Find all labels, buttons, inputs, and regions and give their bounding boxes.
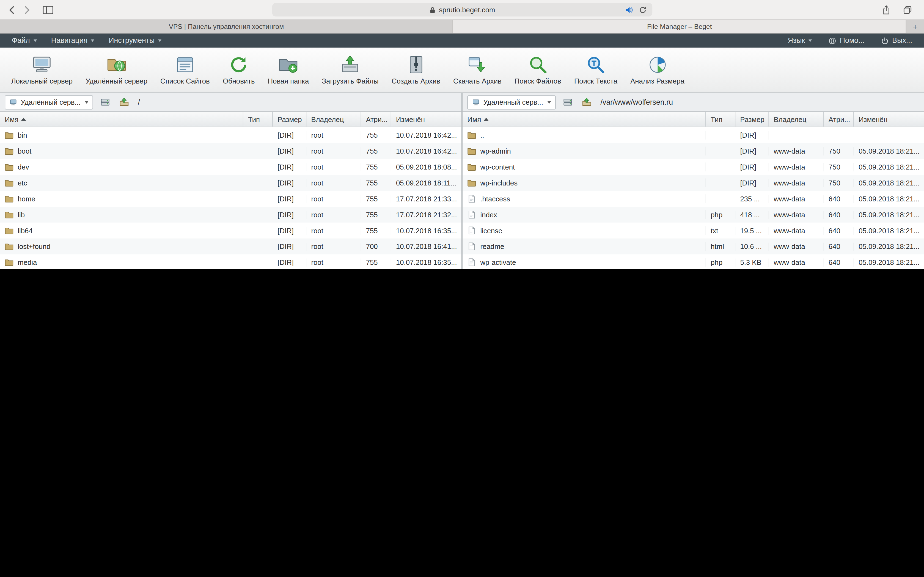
toolbar-button[interactable]: Список Сайтов [154, 55, 216, 85]
column-owner[interactable]: Владелец [769, 112, 824, 127]
column-attr[interactable]: Атри... [824, 112, 854, 127]
column-size[interactable]: Размер [735, 112, 769, 127]
file-icon [467, 242, 476, 251]
menu-item[interactable]: Файл [5, 34, 44, 48]
file-name: license [480, 226, 502, 235]
folder-icon [5, 178, 13, 187]
file-attr: 640 [824, 195, 854, 203]
file-name: home [18, 195, 35, 203]
home-button[interactable] [116, 95, 131, 109]
table-row[interactable]: lib64 [DIR] root 755 10.07.2018 16:35... [0, 222, 462, 239]
table-row[interactable]: lost+found [DIR] root 700 10.07.2018 16:… [0, 239, 462, 255]
toolbar-button[interactable]: Локальный сервер [5, 55, 79, 85]
file-attr: 755 [361, 163, 391, 171]
column-name[interactable]: Имя [0, 112, 243, 127]
file-icon [467, 226, 476, 235]
reload-icon[interactable] [639, 5, 647, 14]
file-size: [DIR] [273, 147, 306, 155]
file-list: .. [DIR] wp-admin [DIR] www-data 750 [462, 127, 924, 269]
column-modified[interactable]: Изменён [854, 112, 924, 127]
storage-button[interactable] [98, 95, 112, 109]
table-row[interactable]: .. [DIR] [462, 127, 924, 143]
file-modified: 05.09.2018 18:21... [854, 195, 924, 203]
table-row[interactable]: bin [DIR] root 755 10.07.2018 16:42... [0, 127, 462, 143]
column-size[interactable]: Размер [273, 112, 306, 127]
sidebar-toggle-button[interactable] [42, 5, 53, 14]
server-select[interactable]: Удалённый серв... [467, 95, 556, 109]
table-row[interactable]: media [DIR] root 755 10.07.2018 16:35... [0, 255, 462, 269]
file-name: boot [18, 147, 31, 155]
table-row[interactable]: license txt 19.5 ... www-data 640 05.09.… [462, 222, 924, 239]
table-row[interactable]: wp-activate php 5.3 KB www-data 640 05.0… [462, 255, 924, 269]
file-modified: 10.07.2018 16:41... [391, 242, 462, 251]
back-button[interactable] [7, 5, 16, 14]
column-attr[interactable]: Атри... [361, 112, 391, 127]
forward-button[interactable] [22, 5, 32, 14]
file-attr: 640 [824, 258, 854, 266]
address-bar[interactable]: sprutio.beget.com [272, 3, 652, 16]
file-name: readme [480, 242, 504, 251]
browser-tab-vps[interactable]: VPS | Панель управления хостингом [0, 20, 453, 33]
file-size: 235 ... [735, 195, 769, 203]
table-row[interactable]: boot [DIR] root 755 10.07.2018 16:42... [0, 143, 462, 159]
help-menu[interactable]: Помо... [821, 34, 871, 48]
table-row[interactable]: etc [DIR] root 755 05.09.2018 18:11... [0, 175, 462, 191]
download-archive-icon [466, 55, 488, 75]
file-modified: 05.09.2018 18:21... [854, 147, 924, 155]
toolbar-button[interactable]: Удалённый сервер [79, 55, 154, 85]
menu-item[interactable]: Инструменты [102, 34, 169, 48]
table-row[interactable]: wp-includes [DIR] www-data 750 05.09.201… [462, 175, 924, 191]
browser-toolbar: sprutio.beget.com [0, 0, 924, 20]
file-panels: Удалённый серв... / Имя Тип Размер Владе… [0, 93, 924, 269]
file-modified: 10.07.2018 16:35... [391, 226, 462, 235]
column-name[interactable]: Имя [462, 112, 706, 127]
table-row[interactable]: index php 418 ... www-data 640 05.09.201… [462, 206, 924, 222]
table-row[interactable]: wp-admin [DIR] www-data 750 05.09.2018 1… [462, 143, 924, 159]
folder-icon [467, 178, 476, 187]
toolbar-button[interactable]: Анализ Размера [624, 55, 691, 85]
toolbar-button[interactable]: Скачать Архив [447, 55, 508, 85]
new-tab-button[interactable]: + [906, 20, 924, 33]
file-size: [DIR] [735, 179, 769, 187]
file-size: 5.3 KB [735, 258, 769, 266]
column-type[interactable]: Тип [706, 112, 735, 127]
storage-button[interactable] [561, 95, 575, 109]
menu-item[interactable]: Навигация [44, 34, 102, 48]
exit-button[interactable]: Вых... [874, 34, 919, 48]
browser-tab-bar: VPS | Панель управления хостингом File M… [0, 20, 924, 34]
toolbar-button[interactable]: Создать Архив [385, 55, 447, 85]
file-owner: root [306, 242, 361, 251]
file-modified: 05.09.2018 18:21... [854, 258, 924, 266]
table-row[interactable]: .htaccess 235 ... www-data 640 05.09.201… [462, 191, 924, 206]
column-owner[interactable]: Владелец [306, 112, 361, 127]
file-size: [DIR] [273, 226, 306, 235]
file-icon [467, 194, 476, 203]
toolbar-button[interactable]: Новая папка [261, 55, 315, 85]
toolbar-button[interactable]: Загрузить Файлы [315, 55, 385, 85]
table-row[interactable]: wp-content [DIR] www-data 750 05.09.2018… [462, 159, 924, 175]
table-row[interactable]: readme html 10.6 ... www-data 640 05.09.… [462, 239, 924, 255]
current-path: /var/www/wolfersen.ru [601, 98, 673, 106]
table-row[interactable]: lib [DIR] root 755 17.07.2018 21:32... [0, 206, 462, 222]
table-row[interactable]: home [DIR] root 755 17.07.2018 21:33... [0, 191, 462, 206]
file-modified: 10.07.2018 16:35... [391, 258, 462, 266]
language-menu[interactable]: Язык [781, 34, 819, 48]
file-modified: 10.07.2018 16:42... [391, 147, 462, 155]
toolbar-button[interactable]: Обновить [216, 55, 261, 85]
audio-playing-icon[interactable] [625, 5, 633, 14]
table-row[interactable]: dev [DIR] root 755 05.09.2018 18:08... [0, 159, 462, 175]
server-icon [9, 98, 17, 106]
column-modified[interactable]: Изменён [391, 112, 462, 127]
power-icon [881, 37, 889, 45]
home-button[interactable] [579, 95, 593, 109]
table-header: Имя Тип Размер Владелец Атри... Изменён [462, 112, 924, 127]
share-button[interactable] [882, 5, 891, 14]
toolbar-button[interactable]: Поиск Файлов [508, 55, 568, 85]
tab-overview-button[interactable] [903, 5, 912, 14]
server-select[interactable]: Удалённый серв... [5, 95, 93, 109]
browser-tab-file-manager[interactable]: File Manager – Beget [453, 20, 906, 33]
column-type[interactable]: Тип [243, 112, 273, 127]
toolbar-button[interactable]: Поиск Текста [568, 55, 624, 85]
file-modified: 05.09.2018 18:21... [854, 211, 924, 219]
current-path: / [138, 98, 140, 106]
